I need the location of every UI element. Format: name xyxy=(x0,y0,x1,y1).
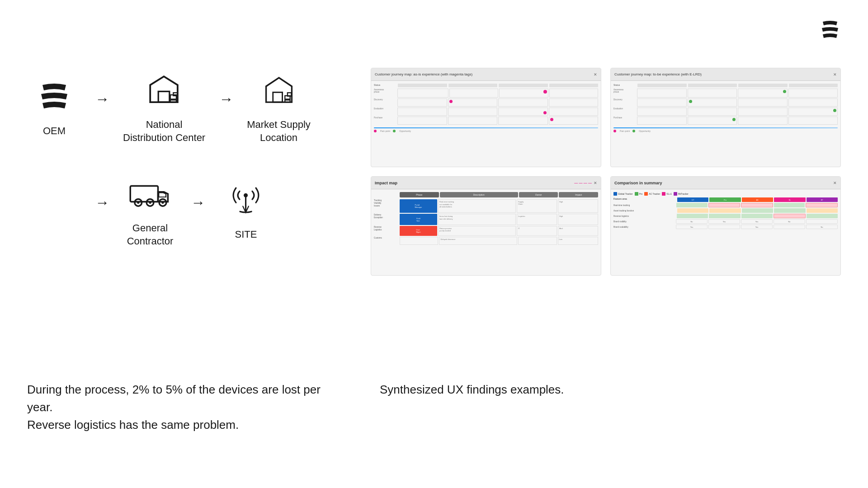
journey-map-to-be-header: Customer journey map: to-be experience (… xyxy=(611,68,840,81)
oem-node: OEM xyxy=(27,74,81,138)
svg-rect-7 xyxy=(287,93,291,96)
comparison-summary-body: Global Tracker Pro AC Tracker SL+1 xyxy=(611,189,840,275)
ndc-node: National Distribution Center xyxy=(123,68,205,144)
journey-map-to-be-body: Status Awarenessphase Discovery xyxy=(611,81,840,167)
svg-rect-6 xyxy=(285,100,290,102)
site-label: SITE xyxy=(235,228,257,241)
svg-point-14 xyxy=(161,202,164,204)
oem-label: OEM xyxy=(43,125,66,138)
journey-map-as-is-card: Customer journey map: as-is experience (… xyxy=(371,68,601,167)
journey-map-to-be-card: Customer journey map: to-be experience (… xyxy=(610,68,841,167)
main-content: OEM → Na xyxy=(27,68,841,276)
gc-icon xyxy=(127,171,173,216)
chain-row-2: → xyxy=(27,171,344,248)
comparison-summary-header: Comparison in summary ✕ xyxy=(611,177,840,189)
svg-rect-4 xyxy=(273,92,282,102)
svg-rect-8 xyxy=(130,186,158,202)
impact-map-card: Impact map — — — — ✕ Phase Description O… xyxy=(371,176,601,276)
msl-label: Market Supply Location xyxy=(247,118,311,144)
impact-map-header: Impact map — — — — ✕ xyxy=(371,177,601,189)
supply-chain-diagram: OEM → Na xyxy=(27,68,344,276)
journey-map-as-is-header: Customer journey map: as-is experience (… xyxy=(371,68,601,81)
arrow-gc-site: → xyxy=(191,194,205,225)
bottom-text-area: During the process, 2% to 5% of the devi… xyxy=(27,381,841,434)
ericsson-logo-top xyxy=(819,18,841,45)
journey-map-as-is-body: Status Awarenessphase D xyxy=(371,81,601,167)
msl-icon xyxy=(256,68,302,113)
ndc-label: National Distribution Center xyxy=(123,118,205,144)
site-icon xyxy=(223,178,269,223)
chain-row-1: OEM → Na xyxy=(27,68,344,144)
gc-label: General Contractor xyxy=(127,222,174,248)
svg-point-13 xyxy=(149,202,151,204)
svg-rect-0 xyxy=(158,91,170,102)
bottom-left-text: During the process, 2% to 5% of the devi… xyxy=(27,381,344,434)
gc-node: General Contractor xyxy=(123,171,177,248)
msl-node: Market Supply Location xyxy=(247,68,311,144)
bottom-right-text: Synthesized UX findings examples. xyxy=(380,381,841,434)
impact-map-body: Phase Description Owner Impact TrackingV… xyxy=(371,189,601,275)
comparison-summary-card: Comparison in summary ✕ Global Tracker P… xyxy=(610,176,841,276)
svg-point-12 xyxy=(137,202,139,204)
bottom-left-line1: During the process, 2% to 5% of the devi… xyxy=(27,381,344,416)
svg-rect-2 xyxy=(170,100,176,102)
arrow-oem-ndc: → xyxy=(95,91,109,121)
oem-icon xyxy=(32,74,77,119)
ux-screenshots: Customer journey map: as-is experience (… xyxy=(371,68,841,276)
site-node: SITE xyxy=(219,178,273,241)
ndc-icon xyxy=(142,68,187,113)
bottom-left-line2: Reverse logistics has the same problem. xyxy=(27,416,344,434)
arrow-ndc-msl: → xyxy=(219,91,233,121)
bottom-right-caption: Synthesized UX findings examples. xyxy=(380,381,841,399)
arrow-start-gc: → xyxy=(95,194,109,225)
